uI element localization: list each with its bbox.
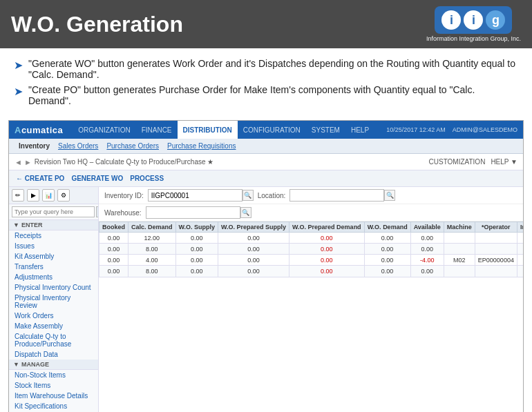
th-include: Include (517, 222, 523, 233)
cell-operator-3 (475, 266, 517, 277)
sidebar-item-physical-review[interactable]: Physical Inventory Review (9, 293, 98, 311)
sidebar-item-item-warehouse[interactable]: Item Warehouse Details (9, 391, 98, 401)
location-search-icon[interactable]: 🔍 (384, 190, 395, 201)
warehouse-field-group: 🔍 (146, 206, 251, 219)
sidebar-toolbar: ✏ ▶ 📊 ⚙ (9, 187, 98, 204)
nav-item-system[interactable]: SYSTEM (306, 121, 345, 139)
pencil-icon[interactable]: ✏ (12, 189, 24, 202)
cell-wo-supply-2: 0.00 (175, 255, 218, 266)
logo-letter-i2: i (464, 10, 483, 30)
cell-wo-prep-supply-2: 0.00 (218, 255, 289, 266)
table-row: 0.00 8.00 0.00 0.00 0.00 0.00 0.00 0.00 … (99, 244, 524, 255)
nav-item-distribution[interactable]: DISTRIBUTION (178, 121, 238, 139)
second-nav-purchase-req[interactable]: Purchase Requisitions (163, 142, 240, 150)
second-nav-inventory[interactable]: Inventory (15, 142, 54, 150)
logo-box: i i g (435, 6, 512, 34)
cell-calc-demand-0: 12.00 (129, 233, 176, 244)
top-nav: Acumatica ORGANIZATION FINANCE DISTRIBUT… (9, 121, 523, 139)
logo-letter-i1: i (441, 10, 461, 30)
th-calc-demand: Calc. Demand (129, 222, 176, 233)
logo-letters: i i g (441, 10, 505, 30)
nav-items: ORGANIZATION FINANCE DISTRIBUTION CONFIG… (73, 121, 386, 139)
second-nav-sales-orders[interactable]: Sales Orders (54, 142, 102, 150)
inventory-id-label: Inventory ID: (104, 192, 144, 199)
table-row: 0.00 4.00 0.00 0.00 0.00 0.00 -4.00 M02 … (99, 255, 524, 266)
cell-machine-1 (444, 244, 475, 255)
cell-wo-supply-0: 0.00 (175, 233, 218, 244)
cell-include-0[interactable] (517, 233, 523, 244)
cell-wo-prep-demand-1: 0.00 (289, 244, 365, 255)
sidebar-item-adjustments[interactable]: Adjustments (9, 272, 98, 282)
location-input[interactable] (289, 189, 384, 202)
cell-wo-demand-1: 0.00 (364, 244, 410, 255)
search-input[interactable] (12, 206, 95, 217)
sidebar-item-work-orders[interactable]: Work Orders (9, 311, 98, 321)
sidebar-item-receipts[interactable]: Receipts (9, 230, 98, 241)
th-machine: Machine (444, 222, 475, 233)
nav-back-forward[interactable]: ◄ ► (15, 158, 32, 166)
nav-item-help[interactable]: HELP (345, 121, 374, 139)
th-wo-prepared-supply: W.O. Prepared Supply (218, 222, 289, 233)
cell-wo-prep-supply-0: 0.00 (218, 233, 289, 244)
sidebar-item-kit-assembly[interactable]: Kit Assembly (9, 251, 98, 262)
th-wo-demand: W.O. Demand (364, 222, 410, 233)
sidebar-item-transfers[interactable]: Transfers (9, 262, 98, 272)
bullet-item-2: ➤ "Create PO" button generates Purchase … (14, 84, 518, 106)
sidebar-item-dispatch-data[interactable]: Dispatch Data (9, 349, 98, 360)
sidebar-item-calc-qty[interactable]: Calculate Q-ty to Produce/Purchase (9, 331, 98, 349)
cell-include-3[interactable] (517, 266, 523, 277)
cell-booked-3: 0.00 (99, 266, 129, 277)
cell-available-1: 0.00 (410, 244, 444, 255)
bullet-arrow-2: ➤ (14, 85, 23, 98)
breadcrumb: ◄ ► Revision Two HQ – Calculate Q-ty to … (15, 158, 213, 166)
header-banner: W.O. Generation i i g Information Integr… (0, 0, 532, 48)
bullet-text-2: "Create PO" button generates Purchase Or… (28, 84, 518, 106)
cell-wo-prep-demand-0: 0.00 (289, 233, 365, 244)
page-title: W.O. Generation (11, 12, 183, 37)
generate-wo-button[interactable]: GENERATE WO (70, 175, 124, 182)
sidebar-section-enter: ▼ ENTER (9, 220, 98, 230)
inventory-id-input[interactable] (148, 189, 243, 202)
nav-right: 10/25/2017 12:42 AM ADMIN@SALESDEMO (386, 126, 517, 133)
sidebar-item-kit-specs[interactable]: Kit Specifications (9, 401, 98, 411)
help-link[interactable]: HELP ▼ (491, 158, 517, 166)
cell-calc-demand-1: 8.00 (129, 244, 176, 255)
acumatica-app: Acumatica ORGANIZATION FINANCE DISTRIBUT… (8, 120, 524, 412)
cell-include-1[interactable] (517, 244, 523, 255)
sidebar-item-non-stock[interactable]: Non-Stock Items (9, 370, 98, 380)
play-icon[interactable]: ▶ (27, 189, 39, 202)
logo-letter-g: g (486, 10, 505, 30)
sidebar-item-issues[interactable]: Issues (9, 241, 98, 251)
nav-item-configuration[interactable]: CONFIGURATION (238, 121, 306, 139)
create-po-button[interactable]: ← CREATE PO (15, 175, 66, 182)
cell-wo-supply-1: 0.00 (175, 244, 218, 255)
logo-container: i i g Information Integration Group, Inc… (426, 6, 521, 42)
sidebar-item-stock[interactable]: Stock Items (9, 380, 98, 391)
customization-link[interactable]: CUSTOMIZATION (429, 158, 486, 166)
cell-wo-prep-demand-2: 0.00 (289, 255, 365, 266)
sidebar-section-manage: ▼ MANAGE (9, 360, 98, 370)
chart-icon[interactable]: 📊 (42, 189, 55, 202)
logo-tagline: Information Integration Group, Inc. (426, 35, 521, 42)
cell-wo-prep-demand-3: 0.00 (289, 266, 365, 277)
nav-item-organization[interactable]: ORGANIZATION (73, 121, 135, 139)
user-display: ADMIN@SALESDEMO (453, 126, 517, 133)
form-row: Inventory ID: 🔍 Location: 🔍 (99, 187, 523, 204)
gear-icon[interactable]: ⚙ (57, 189, 70, 202)
cell-include-2[interactable] (517, 255, 523, 266)
second-nav-purchase-orders[interactable]: Purchase Orders (102, 142, 163, 150)
warehouse-input[interactable] (146, 206, 240, 219)
page-title-bar: ◄ ► Revision Two HQ – Calculate Q-ty to … (9, 154, 523, 170)
nav-item-finance[interactable]: FINANCE (136, 121, 178, 139)
process-button[interactable]: PROCESS (129, 175, 165, 182)
table-area: Booked Calc. Demand W.O. Supply W.O. Pre… (99, 222, 523, 412)
cell-wo-demand-0: 0.00 (364, 233, 410, 244)
sidebar-item-make-assembly[interactable]: Make Assembly (9, 321, 98, 331)
cell-available-2: -4.00 (410, 255, 444, 266)
warehouse-label: Warehouse: (104, 209, 142, 217)
warehouse-search-icon[interactable]: 🔍 (240, 207, 251, 218)
sidebar-item-physical-count[interactable]: Physical Inventory Count (9, 282, 98, 293)
datetime-display: 10/25/2017 12:42 AM (386, 126, 446, 133)
inventory-id-search-icon[interactable]: 🔍 (243, 190, 254, 201)
manage-section-arrow: ▼ (13, 361, 19, 368)
